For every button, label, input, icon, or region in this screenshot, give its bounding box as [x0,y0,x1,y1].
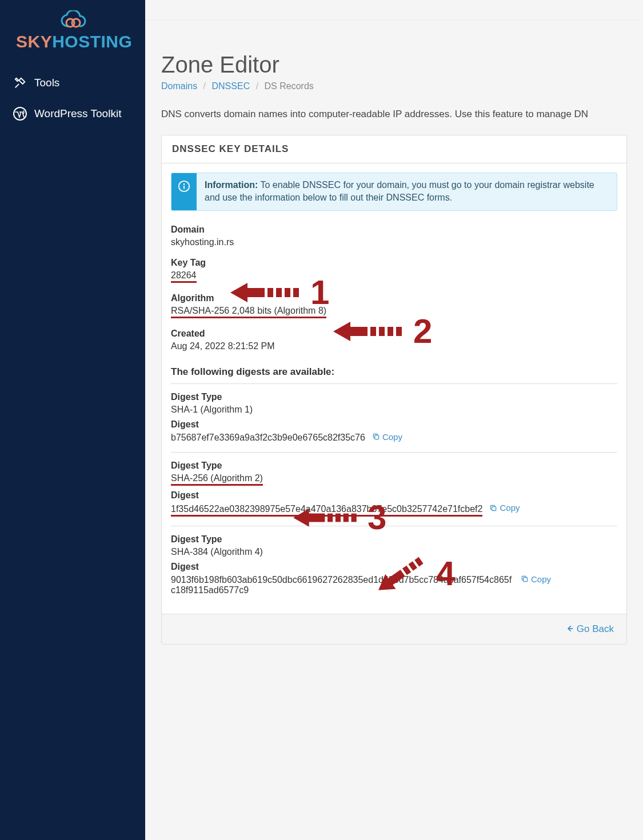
main-content: Zone Editor Domains / DNSSEC / DS Record… [145,0,643,840]
panel-body: Information: To enable DNSSEC for your d… [162,163,626,614]
digests-title: The following digests are available: [171,366,617,378]
wordpress-icon [13,106,27,121]
breadcrumb-current: DS Records [265,81,314,91]
go-back-link[interactable]: Go Back [566,623,614,634]
dnssec-panel: DNSSEC KEY DETAILS Information: To enabl… [161,135,627,645]
cloud-icon [16,10,131,31]
svg-rect-5 [183,186,185,189]
domain-field: Domain skyhosting.in.rs [171,225,617,247]
algorithm-field: Algorithm RSA/SHA-256 2,048 bits (Algori… [171,293,617,318]
panel-heading: DNSSEC KEY DETAILS [162,135,626,163]
page-title: Zone Editor [161,52,627,78]
breadcrumb: Domains / DNSSEC / DS Records [161,81,627,91]
sidebar-item-label: Tools [34,77,59,89]
digest-block-sha384: Digest Type SHA-384 (Algorithm 4) Digest… [171,526,617,605]
svg-point-4 [183,183,185,185]
digest-block-sha1: Digest Type SHA-1 (Algorithm 1) Digest b… [171,383,617,453]
keytag-field: Key Tag 28264 [171,258,617,283]
breadcrumb-dnssec[interactable]: DNSSEC [212,81,250,91]
info-box: Information: To enable DNSSEC for your d… [171,173,617,211]
page-description: DNS converts domain names into computer-… [145,103,643,135]
sidebar-item-label: WordPress Toolkit [34,107,121,120]
svg-rect-7 [492,506,496,510]
svg-rect-8 [524,578,528,582]
svg-rect-6 [375,435,379,439]
sidebar-item-wordpress[interactable]: WordPress Toolkit [0,98,145,129]
info-text: Information: To enable DNSSEC for your d… [197,173,617,210]
digest-block-sha256: Digest Type SHA-256 (Algorithm 2) Digest… [171,452,617,526]
sidebar: SKYHOSTING Tools WordPress Toolkit [0,0,145,840]
svg-point-2 [14,107,26,120]
page-header: Zone Editor Domains / DNSSEC / DS Record… [145,19,643,103]
logo: SKYHOSTING [0,0,145,67]
created-field: Created Aug 24, 2022 8:21:52 PM [171,329,617,351]
copy-button[interactable]: Copy [372,432,402,442]
panel-footer: Go Back [162,614,626,644]
tools-icon [13,75,27,90]
breadcrumb-domains[interactable]: Domains [161,81,197,91]
sidebar-item-tools[interactable]: Tools [0,67,145,98]
copy-button[interactable]: Copy [521,574,551,584]
copy-button[interactable]: Copy [489,503,520,513]
svg-point-1 [72,19,80,27]
logo-host: HOSTING [52,32,132,51]
logo-sky: SKY [16,32,52,51]
info-icon [171,173,197,210]
